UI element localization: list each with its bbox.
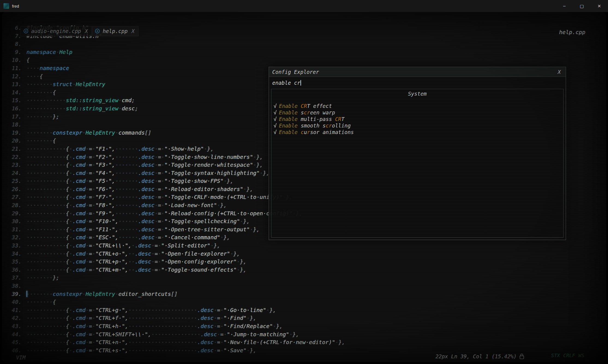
code-line[interactable]: 39.········constexpr·HelpEntry·editor_sh… — [2, 290, 606, 298]
code-token: · — [92, 258, 95, 265]
code-token: · — [214, 315, 217, 321]
maximize-button[interactable]: ▢ — [573, 0, 591, 12]
config-option[interactable]: √Enable CRT effect — [274, 103, 563, 109]
code-line[interactable]: 9.namespace·Help — [2, 48, 606, 56]
code-token: ············ — [26, 234, 66, 241]
minimize-button[interactable]: – — [556, 0, 573, 12]
code-token: .desc — [135, 242, 151, 249]
code-token: · — [131, 242, 135, 249]
line-number: 32. — [2, 233, 22, 242]
code-token: · — [86, 154, 89, 160]
code-token: = — [158, 186, 161, 192]
code-token: commands — [118, 129, 145, 136]
code-token: · — [260, 170, 263, 176]
line-number: 35. — [2, 258, 22, 266]
code-token: = — [158, 234, 161, 241]
code-line[interactable]: 42.············{·.cmd·=·"CTRL+f·",······… — [2, 314, 606, 322]
code-token: .desc — [135, 266, 151, 273]
code-token: { — [66, 210, 69, 217]
code-token: · — [86, 170, 89, 176]
code-token: ············ — [26, 145, 66, 152]
code-token: { — [26, 57, 30, 63]
tab-close-button[interactable]: X — [85, 28, 88, 34]
line-number: 39. — [2, 290, 22, 298]
code-token: · — [86, 258, 89, 265]
code-token: { — [66, 242, 69, 249]
code-line[interactable]: 10.{ — [2, 56, 606, 64]
code-token: · — [161, 194, 164, 200]
code-token: · — [86, 339, 89, 345]
code-token: { — [66, 331, 69, 338]
code-token: · — [155, 178, 158, 184]
checkbox-checked-icon[interactable]: √ — [274, 103, 277, 109]
code-token: · — [250, 226, 253, 233]
config-option[interactable]: √Enable smooth scrolling — [274, 122, 563, 129]
code-token: · — [82, 129, 86, 136]
line-number: 22. — [2, 153, 22, 161]
code-line[interactable]: 38. — [2, 282, 606, 290]
code-token: .cmd — [73, 218, 86, 225]
code-token: { — [66, 315, 69, 321]
code-token: ········ — [26, 274, 53, 281]
code-token: = — [155, 250, 158, 257]
config-option[interactable]: √Enable cursor animations — [274, 129, 563, 135]
code-token: .desc — [138, 210, 154, 217]
config-search-input[interactable]: enable cr — [269, 77, 566, 89]
config-option[interactable]: √Enable multi-pass CRT — [274, 116, 563, 122]
config-option-label: CR — [301, 103, 307, 109]
code-token: · — [82, 291, 86, 297]
line-number: 41. — [2, 306, 22, 314]
code-token: ············ — [26, 194, 66, 200]
code-token: .desc — [197, 307, 214, 313]
code-token: · — [155, 154, 158, 160]
code-token: · — [69, 258, 73, 265]
titlebar: fred – ▢ ✕ — [0, 0, 608, 12]
checkbox-checked-icon[interactable]: √ — [274, 129, 277, 135]
code-token: · — [220, 323, 224, 329]
code-line[interactable]: 43.············{·.cmd·=·"CTRL+h·",······… — [2, 322, 606, 330]
code-token: "CTRL+o·", — [95, 250, 128, 257]
code-token: "·Find/Replace" — [224, 323, 273, 329]
status-flag-ws: WS — [578, 353, 584, 358]
checkbox-checked-icon[interactable]: √ — [274, 110, 277, 116]
code-token: { — [66, 170, 69, 176]
tab-close-button[interactable]: X — [131, 28, 134, 34]
code-token: ············ — [26, 162, 66, 168]
code-token: · — [273, 323, 276, 329]
code-token: { — [66, 339, 69, 345]
code-line[interactable]: 37.········}; — [2, 274, 606, 282]
code-token: · — [92, 323, 95, 329]
code-line[interactable]: 8. — [2, 40, 606, 48]
code-token: ············ — [26, 170, 66, 176]
code-token: ············ — [26, 202, 66, 208]
code-line[interactable]: 44.············{·.cmd·=·"CTRL+SHIFT+\\·"… — [2, 330, 606, 339]
code-line[interactable]: 34.············{·.cmd·=·"CTRL+o·",··.des… — [2, 250, 606, 258]
code-token: ···· — [26, 65, 40, 71]
popup-close-button[interactable]: X — [556, 69, 562, 75]
code-token: · — [247, 315, 250, 321]
code-token: .cmd — [73, 315, 86, 321]
checkbox-checked-icon[interactable]: √ — [274, 123, 277, 129]
config-option[interactable]: √Enable screen warp — [274, 109, 563, 116]
code-token: · — [161, 218, 164, 225]
code-token: .desc — [138, 218, 154, 225]
code-token: · — [115, 129, 118, 136]
code-line[interactable]: 41.············{·.cmd·=·"CTRL+g·",······… — [2, 306, 606, 314]
code-line[interactable]: 40.········{ — [2, 298, 606, 306]
code-token: = — [89, 162, 92, 168]
config-option-label: Enable — [279, 129, 301, 135]
close-button[interactable]: ✕ — [591, 0, 608, 12]
editor-tab[interactable]: audio-engine.cppX — [20, 26, 92, 36]
code-line[interactable]: 45.············{·.cmd·=·"CTRL+n·",······… — [2, 338, 606, 347]
code-line[interactable]: 35.············{·.cmd·=·"CTRL+p·",··.des… — [2, 258, 606, 266]
code-line[interactable]: 33.············{·.cmd·=·"CTRL+\\·",·.des… — [2, 242, 606, 250]
code-line[interactable]: 36.············{·.cmd·=·"CTRL+m·",··.des… — [2, 266, 606, 274]
code-token: = — [89, 339, 92, 345]
checkbox-checked-icon[interactable]: √ — [274, 116, 277, 122]
tab-label: help.cpp — [103, 28, 128, 34]
popup-header[interactable]: Config Explorer X — [269, 67, 566, 77]
code-token: · — [161, 145, 164, 152]
code-token: · — [243, 186, 247, 192]
editor-tab[interactable]: help.cppX — [92, 26, 139, 36]
code-token: .cmd — [73, 242, 86, 249]
